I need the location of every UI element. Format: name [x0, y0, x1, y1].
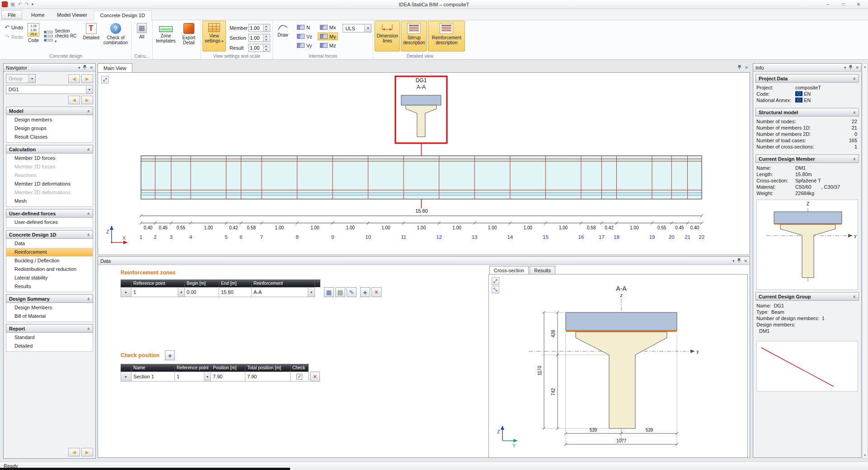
- panel-menu-icon[interactable]: ▾: [844, 65, 846, 70]
- zone-delete-button[interactable]: ✕: [371, 287, 381, 297]
- result-scale-input[interactable]: [249, 44, 263, 51]
- force-vy-toggle[interactable]: Vy: [295, 42, 314, 49]
- chevron-down-icon[interactable]: ▾: [28, 74, 35, 83]
- previous-member-button[interactable]: ◀: [68, 96, 80, 104]
- close-icon[interactable]: ✕: [89, 65, 93, 70]
- chevron-down-icon[interactable]: ▾: [308, 288, 314, 297]
- nav-item-design-members[interactable]: Design Members: [6, 303, 93, 312]
- zoom-fit-icon[interactable]: [101, 76, 109, 84]
- reference-point-select[interactable]: 1 ▾: [175, 372, 211, 382]
- panel-menu-icon[interactable]: ▾: [78, 65, 80, 70]
- section-current-design-member[interactable]: Current Design Member∧: [755, 154, 859, 163]
- nav-item-reinforcement[interactable]: Reinforcement: [6, 248, 93, 256]
- cross-section-canvas[interactable]: A-A y z: [488, 274, 748, 458]
- zone-templates-button[interactable]: Zone templates: [154, 21, 178, 51]
- collapse-chevron-icon[interactable]: ∧: [853, 294, 856, 299]
- collapse-chevron-icon[interactable]: ∧: [87, 147, 90, 152]
- spin-down-icon[interactable]: ▼: [263, 28, 269, 32]
- moment-mx-toggle[interactable]: Mx: [318, 23, 338, 31]
- tab-concrete-design-1d[interactable]: Concrete Design 1D: [94, 10, 152, 20]
- reinforcement-select[interactable]: A-A ▾: [252, 287, 315, 297]
- collapse-chevron-icon[interactable]: ∧: [87, 297, 90, 301]
- name-cell[interactable]: Section 1: [131, 372, 175, 382]
- section-current-design-group[interactable]: Current Design Group∧: [755, 292, 859, 301]
- dimension-lines-button[interactable]: Dimension lines: [375, 21, 400, 51]
- chevron-down-icon[interactable]: ▾: [364, 24, 371, 32]
- file-menu-button[interactable]: File: [1, 10, 22, 19]
- panel-menu-icon[interactable]: ▾: [732, 259, 735, 263]
- collapse-chevron-icon[interactable]: ∧: [853, 110, 856, 115]
- section-project-data[interactable]: Project Data∧: [755, 74, 859, 83]
- navigator-forward-button[interactable]: ▶: [81, 448, 93, 456]
- qat-customize-icon[interactable]: ▾: [32, 2, 33, 6]
- draw-button[interactable]: Draw: [274, 21, 291, 51]
- chevron-down-icon[interactable]: ▾: [204, 372, 211, 381]
- check-position-add-button[interactable]: +: [165, 350, 175, 360]
- begin-cell[interactable]: 0.00: [185, 287, 219, 297]
- nav-section-concrete-design-1d[interactable]: Concrete Design 1D∧: [6, 230, 93, 239]
- nav-item-user-defined-forces[interactable]: User-defined forces: [6, 218, 93, 227]
- scrollbar[interactable]: ▲ ▼: [862, 63, 868, 459]
- section-scale-input[interactable]: [249, 34, 263, 42]
- nav-item-mesh[interactable]: Mesh: [6, 197, 93, 205]
- view-settings-button[interactable]: View settings ▾: [202, 21, 226, 51]
- undo-button[interactable]: ↶Undo: [3, 23, 24, 31]
- collapse-chevron-icon[interactable]: ∧: [87, 326, 90, 331]
- pin-icon[interactable]: [737, 65, 741, 70]
- nav-item-member-1d-deformations[interactable]: Member 1D deformations: [6, 180, 93, 188]
- tab-cross-section[interactable]: Cross-section: [489, 266, 529, 274]
- nav-item-buckling-deflection[interactable]: Buckling / Deflection: [6, 256, 93, 265]
- check-checkbox[interactable]: [296, 374, 302, 380]
- nav-item-lateral-stability[interactable]: Lateral stability: [6, 274, 93, 282]
- close-icon[interactable]: ✕: [855, 65, 859, 70]
- stirrup-description-button[interactable]: Stirrup description: [401, 21, 427, 51]
- check-position-delete-button[interactable]: ✕: [310, 372, 320, 382]
- nav-item-standard[interactable]: Standard: [6, 333, 93, 342]
- collapse-chevron-icon[interactable]: ∧: [853, 76, 856, 81]
- collapse-chevron-icon[interactable]: ∧: [87, 109, 90, 113]
- check-of-combination-button[interactable]: ? Check of combination: [102, 21, 130, 51]
- code-button[interactable]: 1.151.5025.8 Code: [26, 21, 41, 51]
- tab-main-view[interactable]: Main View: [98, 63, 132, 72]
- position-cell[interactable]: 7.90: [211, 372, 245, 382]
- row-selector[interactable]: [121, 372, 131, 382]
- nav-section-report[interactable]: Report∧: [6, 324, 93, 333]
- nav-item-result-classes[interactable]: Result Classes: [6, 133, 93, 141]
- nav-item-design-groups[interactable]: Design groups: [6, 124, 93, 133]
- minimize-button[interactable]: –: [820, 0, 835, 9]
- nav-item-data[interactable]: Data: [6, 239, 93, 248]
- force-n-toggle[interactable]: N: [295, 23, 314, 31]
- zone-detail-button[interactable]: ▦: [324, 287, 334, 297]
- reference-point-select[interactable]: 1 ▾: [131, 287, 185, 297]
- nav-item-detailed[interactable]: Detailed: [6, 342, 93, 350]
- scroll-down-icon[interactable]: ▼: [863, 452, 868, 458]
- collapse-chevron-icon[interactable]: ∧: [853, 157, 856, 161]
- combination-select[interactable]: ULS ▾: [343, 24, 371, 33]
- maximize-button[interactable]: □: [835, 0, 851, 9]
- zoom-fit-icon[interactable]: [492, 277, 499, 285]
- navigator-back-button[interactable]: ◀: [68, 448, 80, 456]
- close-icon[interactable]: ✕: [745, 65, 748, 70]
- end-cell[interactable]: 15.80: [219, 287, 252, 297]
- nav-item-results[interactable]: Results: [6, 282, 93, 291]
- zone-add-button[interactable]: +: [360, 287, 370, 297]
- pin-icon[interactable]: [83, 65, 87, 70]
- tab-home[interactable]: Home: [25, 10, 51, 20]
- qat-redo-icon[interactable]: ↷: [25, 1, 29, 7]
- zone-edit-button[interactable]: ✎: [347, 287, 357, 297]
- nav-section-model[interactable]: Model∧: [6, 107, 93, 115]
- tab-results[interactable]: Results: [530, 266, 555, 274]
- force-vz-toggle[interactable]: Vz: [295, 33, 314, 40]
- nav-item-design-members[interactable]: Design members: [6, 116, 93, 124]
- nav-item-member-1d-forces[interactable]: Member 1D forces: [6, 154, 93, 163]
- zoom-window-icon[interactable]: [492, 286, 499, 293]
- spin-down-icon[interactable]: ▼: [263, 38, 269, 42]
- spin-up-icon[interactable]: ▲: [263, 24, 269, 28]
- chevron-down-icon[interactable]: ▾: [178, 288, 184, 297]
- spin-down-icon[interactable]: ▼: [263, 48, 269, 51]
- chevron-down-icon[interactable]: ▾: [86, 85, 93, 93]
- pin-icon[interactable]: [737, 258, 741, 263]
- qat-save-icon[interactable]: ▣: [10, 1, 15, 7]
- nav-item-redistribution-and-reduction[interactable]: Redistribution and reduction: [6, 265, 93, 274]
- zone-template-button[interactable]: ▤: [335, 287, 345, 297]
